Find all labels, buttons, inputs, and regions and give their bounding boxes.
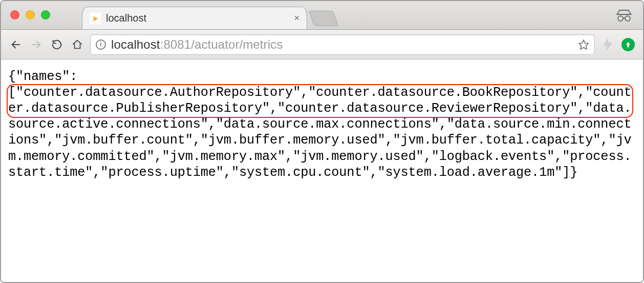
home-button[interactable] bbox=[70, 37, 85, 52]
url-path: :8081/actuator/metrics bbox=[160, 37, 283, 51]
window-controls bbox=[10, 10, 50, 19]
address-bar[interactable]: i localhost:8081/actuator/metrics bbox=[90, 34, 595, 55]
window-close-button[interactable] bbox=[10, 10, 19, 19]
svg-point-2 bbox=[625, 16, 630, 21]
svg-point-1 bbox=[618, 16, 623, 21]
browser-tab[interactable]: ➤ localhost × bbox=[82, 7, 307, 29]
url-text: localhost:8081/actuator/metrics bbox=[111, 37, 573, 52]
extension-bolt-icon[interactable] bbox=[600, 37, 615, 52]
window-zoom-button[interactable] bbox=[41, 10, 50, 19]
page-content: {"names": ["counter.datasource.AuthorRep… bbox=[1, 59, 643, 282]
tab-close-button[interactable]: × bbox=[294, 13, 299, 24]
svg-marker-5 bbox=[579, 39, 588, 49]
incognito-icon bbox=[615, 8, 633, 23]
browser-toolbar: i localhost:8081/actuator/metrics bbox=[1, 30, 643, 59]
forward-button[interactable] bbox=[29, 37, 44, 52]
extension-upload-icon[interactable] bbox=[620, 37, 636, 52]
site-info-icon[interactable]: i bbox=[96, 39, 106, 50]
json-response-body: {"names": ["counter.datasource.AuthorRep… bbox=[8, 69, 636, 180]
new-tab-button[interactable] bbox=[309, 11, 339, 26]
reload-button[interactable] bbox=[49, 37, 65, 52]
back-button[interactable] bbox=[8, 37, 24, 52]
tab-title: localhost bbox=[106, 12, 289, 24]
svg-marker-6 bbox=[603, 38, 612, 51]
tab-favicon-icon: ➤ bbox=[90, 13, 101, 24]
window-minimize-button[interactable] bbox=[26, 10, 35, 19]
url-host: localhost bbox=[111, 37, 160, 51]
bookmark-star-icon[interactable] bbox=[578, 39, 589, 50]
window-titlebar: ➤ localhost × bbox=[1, 1, 643, 30]
